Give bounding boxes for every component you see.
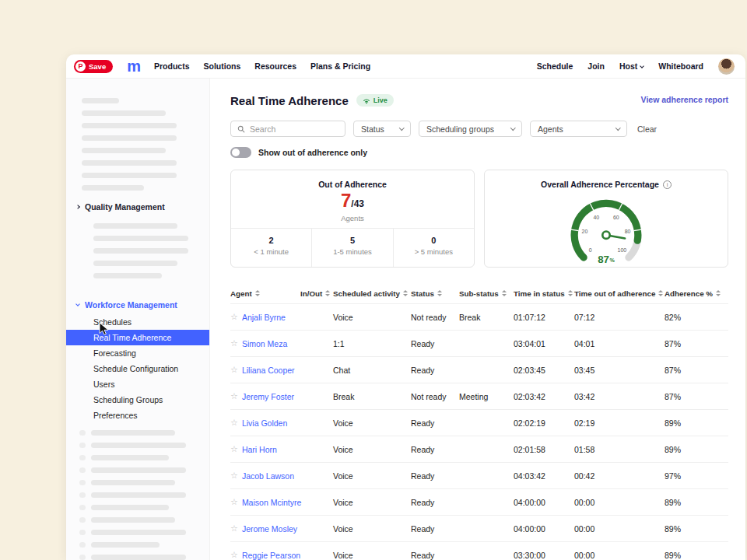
- sub-status-cell: Meeting: [459, 392, 514, 401]
- sidebar-item-forecasting[interactable]: Forecasting: [66, 345, 209, 361]
- skeleton-bar: [82, 123, 177, 128]
- skeleton-row: [79, 555, 209, 560]
- col-time-out-of-adherence[interactable]: Time out of adherence: [574, 289, 665, 298]
- brand-logo[interactable]: m: [127, 60, 140, 72]
- clear-filters-button[interactable]: Clear: [637, 124, 657, 134]
- col-agent[interactable]: Agent: [230, 289, 300, 298]
- table-row[interactable]: ☆Jacob Lawson Voice Ready 04:03:42 00:42…: [230, 462, 728, 488]
- star-icon[interactable]: ☆: [230, 418, 238, 428]
- star-icon[interactable]: ☆: [230, 471, 238, 481]
- table-row[interactable]: ☆Livia Golden Voice Ready 02:02:19 02:19…: [230, 409, 728, 436]
- search-input[interactable]: [250, 124, 335, 134]
- breakdown-1-5-min: 5 1-5 minutes: [311, 229, 392, 267]
- chevron-down-icon: [640, 64, 644, 68]
- agent-link[interactable]: Livia Golden: [242, 418, 287, 428]
- table-row[interactable]: ☆Jeremy Foster Break Not ready Meeting 0…: [230, 383, 728, 409]
- scheduled-activity-cell: Voice: [333, 313, 411, 322]
- nav-plans-pricing[interactable]: Plans & Pricing: [310, 61, 370, 71]
- col-sub-status[interactable]: Sub-status: [459, 289, 514, 298]
- svg-text:80: 80: [625, 229, 631, 234]
- nav-schedule[interactable]: Schedule: [537, 61, 573, 71]
- search-box[interactable]: [230, 121, 345, 137]
- nav-resources[interactable]: Resources: [254, 61, 296, 71]
- view-adherence-report-link[interactable]: View adherence report: [641, 95, 728, 104]
- sidebar-item-schedules[interactable]: Schedules: [66, 314, 209, 330]
- agent-link[interactable]: Jacob Lawson: [242, 471, 294, 481]
- nav-products[interactable]: Products: [154, 61, 190, 71]
- col-status[interactable]: Status: [411, 289, 459, 298]
- sidebar-item-preferences[interactable]: Preferences: [66, 408, 209, 423]
- scheduled-activity-cell: Voice: [333, 524, 411, 534]
- star-icon[interactable]: ☆: [230, 444, 238, 454]
- sort-icon: [255, 290, 260, 296]
- star-icon[interactable]: ☆: [230, 338, 238, 348]
- col-scheduled-activity[interactable]: Scheduled activity: [333, 289, 411, 298]
- adherence-cell: 87%: [665, 366, 728, 375]
- nav-host[interactable]: Host: [619, 61, 644, 71]
- star-icon[interactable]: ☆: [230, 523, 238, 534]
- search-icon: [237, 125, 245, 133]
- user-avatar[interactable]: [718, 58, 735, 75]
- status-cell: Not ready: [411, 313, 459, 322]
- sidebar-item-scheduling-groups[interactable]: Scheduling Groups: [66, 392, 209, 408]
- sort-icon: [568, 290, 573, 296]
- star-icon[interactable]: ☆: [230, 391, 238, 401]
- agent-link[interactable]: Reggie Pearson: [242, 551, 300, 560]
- col-time-in-status[interactable]: Time in status: [514, 289, 574, 298]
- agent-link[interactable]: Simon Meza: [242, 339, 287, 348]
- col-adherence[interactable]: Adherence %: [665, 289, 728, 298]
- table-row[interactable]: ☆Anjali Byrne Voice Not ready Break 01:0…: [230, 303, 728, 330]
- skeleton-row: [79, 505, 209, 510]
- sidebar-item-schedule-configuration[interactable]: Schedule Configuration: [66, 361, 209, 376]
- table-row[interactable]: ☆Liliana Cooper Chat Ready 02:03:45 03:4…: [230, 356, 728, 383]
- col-in-out[interactable]: In/Out: [300, 289, 333, 298]
- agent-link[interactable]: Maison Mcintyre: [242, 498, 301, 507]
- out-of-adherence-unit: Agents: [231, 214, 474, 222]
- agent-link[interactable]: Hari Horn: [242, 445, 277, 454]
- nav-whiteboard[interactable]: Whiteboard: [658, 61, 703, 71]
- star-icon[interactable]: ☆: [230, 497, 238, 507]
- sidebar-item-users[interactable]: Users: [66, 376, 209, 392]
- page-title: Real Time Adherence: [230, 94, 349, 107]
- table-row[interactable]: ☆Hari Horn Voice Ready 02:01:58 01:58 89…: [230, 436, 728, 462]
- star-icon[interactable]: ☆: [230, 550, 238, 560]
- table-row[interactable]: ☆Simon Meza 1:1 Ready 03:04:01 04:01 87%: [230, 330, 728, 356]
- agents-dropdown[interactable]: Agents: [530, 121, 627, 137]
- table-row[interactable]: ☆Maison Mcintyre Voice Ready 04:00:00 00…: [230, 488, 728, 515]
- agent-link[interactable]: Jeremy Foster: [242, 392, 294, 401]
- skeleton-bar: [82, 98, 119, 103]
- adherence-cell: 89%: [665, 524, 728, 534]
- status-cell: Ready: [411, 418, 459, 428]
- out-of-adherence-title: Out of Adherence: [231, 180, 474, 189]
- star-icon[interactable]: ☆: [230, 365, 238, 375]
- agent-link[interactable]: Anjali Byrne: [242, 313, 286, 322]
- time-in-status-cell: 02:03:45: [514, 366, 574, 375]
- out-of-adherence-count: 7/43: [231, 191, 474, 214]
- table-row[interactable]: ☆Reggie Pearson Voice Ready 03:30:00 00:…: [230, 541, 728, 560]
- svg-text:60: 60: [613, 215, 619, 220]
- star-icon[interactable]: ☆: [230, 312, 238, 322]
- skeleton-row: [79, 517, 209, 523]
- scheduling-groups-dropdown[interactable]: Scheduling groups: [419, 121, 522, 137]
- adherence-cell: 89%: [665, 445, 728, 454]
- sidebar-section-workforce-management[interactable]: Workforce Management: [66, 296, 209, 314]
- sidebar-section-quality-management[interactable]: Quality Management: [66, 198, 209, 216]
- skeleton-group: [66, 223, 209, 278]
- status-dropdown[interactable]: Status: [353, 121, 411, 137]
- app-window: P Save m Products Solutions Resources Pl…: [66, 54, 745, 560]
- sort-icon: [437, 290, 442, 296]
- toggle-label: Show out of adherence only: [258, 148, 367, 157]
- time-out-cell: 04:01: [574, 339, 665, 348]
- scheduled-activity-cell: Voice: [333, 498, 411, 507]
- info-icon[interactable]: i: [663, 180, 672, 189]
- agent-link[interactable]: Jerome Mosley: [242, 524, 297, 534]
- nav-solutions[interactable]: Solutions: [204, 61, 241, 71]
- sidebar-item-real-time-adherence[interactable]: Real Time Adherence: [66, 330, 209, 345]
- nav-join[interactable]: Join: [587, 61, 605, 71]
- table-row[interactable]: ☆Jerome Mosley Voice Ready 04:00:00 00:0…: [230, 515, 728, 541]
- agent-link[interactable]: Liliana Cooper: [242, 366, 295, 375]
- skeleton-bar: [93, 261, 177, 266]
- pinterest-save-button[interactable]: P Save: [74, 60, 113, 73]
- time-in-status-cell: 04:00:00: [514, 524, 574, 534]
- out-of-adherence-toggle[interactable]: [230, 147, 251, 158]
